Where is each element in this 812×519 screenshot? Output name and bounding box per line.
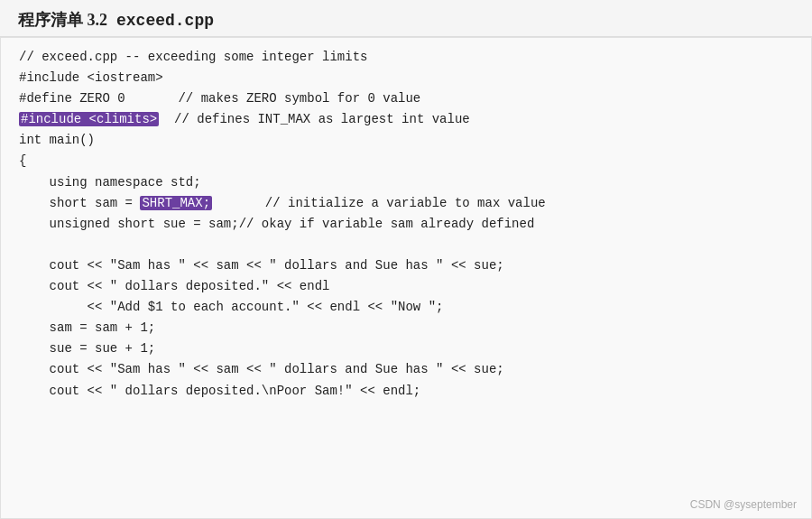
highlight-shrt-max: SHRT_MAX; — [140, 196, 212, 210]
code-line-11: cout << "Sam has " << sam << " dollars a… — [19, 255, 793, 276]
watermark: CSDN @syseptember — [690, 498, 797, 511]
page-container: 程序清单 3.2 exceed.cpp // exceed.cpp -- exc… — [0, 0, 812, 519]
code-line-16: cout << "Sam has " << sam << " dollars a… — [19, 359, 793, 380]
code-line-6: { — [19, 151, 793, 171]
code-line-14: sam = sam + 1; — [19, 318, 793, 338]
code-line-5: int main() — [19, 130, 793, 151]
code-line-7: using namespace std; — [19, 172, 793, 193]
code-line-3: #define ZERO 0 // makes ZERO symbol for … — [19, 88, 793, 109]
code-line-4: #include <climits> // defines INT_MAX as… — [19, 109, 793, 130]
code-line-1: // exceed.cpp -- exceeding some integer … — [19, 47, 793, 68]
code-line-17: cout << " dollars deposited.\nPoor Sam!"… — [19, 381, 793, 402]
highlight-include-climits: #include <climits> — [19, 112, 159, 126]
title-bar: 程序清单 3.2 exceed.cpp — [0, 0, 812, 37]
code-line-10 — [19, 235, 793, 255]
title-file: exceed.cpp — [116, 12, 214, 30]
code-line-8: short sam = SHRT_MAX; // initialize a va… — [19, 193, 793, 214]
code-line-12: cout << " dollars deposited." << endl — [19, 276, 793, 297]
code-line-2: #include <iostream> — [19, 68, 793, 88]
code-area: // exceed.cpp -- exceeding some integer … — [0, 37, 812, 519]
title-chinese: 程序清单 3.2 — [18, 9, 107, 31]
code-line-15: sue = sue + 1; — [19, 338, 793, 359]
code-line-9: unsigned short sue = sam;// okay if vari… — [19, 214, 793, 235]
code-line-13: << "Add $1 to each account." << endl << … — [19, 297, 793, 318]
